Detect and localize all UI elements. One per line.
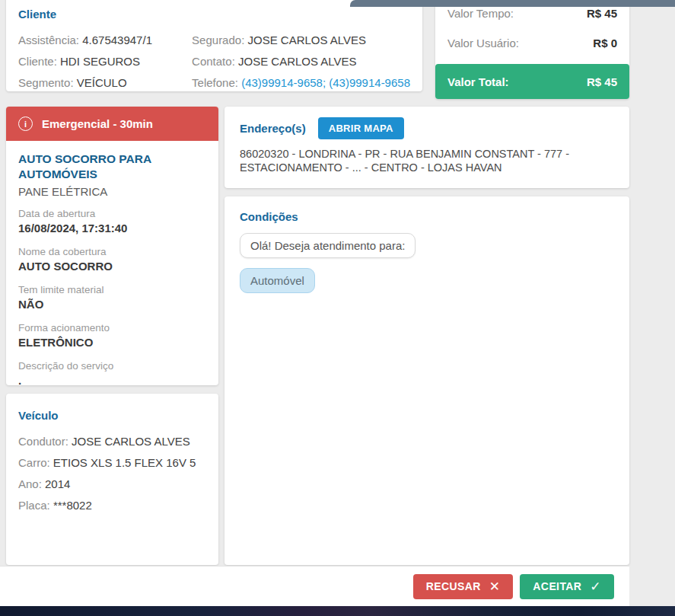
total-value-label: Valor Total: <box>447 75 509 88</box>
user-value-row: Valor Usuário: R$ 0 <box>447 36 617 51</box>
time-value-label: Valor Tempo: <box>447 6 514 21</box>
chat-message-row: Automóvel <box>240 258 614 293</box>
window-title-bar <box>350 0 675 7</box>
segment-value: VEÍCULO <box>77 76 127 89</box>
trigger-mode-detail: Forma acionamento ELETRÔNICO <box>18 321 206 350</box>
user-value-amount: R$ 0 <box>593 36 617 51</box>
year-label: Ano: <box>18 477 42 490</box>
address-card-title: Endereço(s) <box>240 122 306 135</box>
material-limit-label: Tem limite material <box>18 283 206 296</box>
plate-label: Placa: <box>18 499 50 512</box>
service-body: AUTO SOCORRO PARA AUTOMÓVEIS PANE ELÉTRI… <box>6 141 218 388</box>
coverage-name-detail: Nome da cobertura AUTO SOCORRO <box>18 245 206 274</box>
total-value-bar: Valor Total: R$ 45 <box>435 64 629 99</box>
service-urgency-header: i Emergencial - 30min <box>6 107 218 141</box>
totals-card: Valor Tempo: R$ 45 Valor Usuário: R$ 0 V… <box>435 0 629 99</box>
client-fields-left: Assistência: 4.67543947/1 Cliente: HDI S… <box>18 30 192 94</box>
client-fields: Assistência: 4.67543947/1 Cliente: HDI S… <box>18 30 410 94</box>
address-text: 86020320 - LONDRINA - PR - RUA BENJAMIN … <box>240 147 597 174</box>
plate-value: ***8022 <box>53 499 92 512</box>
service-problem: PANE ELÉTRICA <box>18 185 206 198</box>
client-card-title: Cliente <box>18 8 410 21</box>
service-description-value: . <box>18 372 206 388</box>
phone-field: Telefone: (43)99914-9658; (43)99914-9658 <box>192 72 410 94</box>
info-icon: i <box>18 116 33 131</box>
contact-value: JOSE CARLOS ALVES <box>238 55 357 68</box>
material-limit-value: NÃO <box>18 296 206 312</box>
insured-label: Segurado: <box>192 34 244 46</box>
vehicle-fields: Condutor: JOSE CARLOS ALVES Carro: ETIOS… <box>18 431 206 516</box>
car-value: ETIOS XLS 1.5 FLEX 16V 5 <box>53 456 196 469</box>
conditions-card: Condições Olá! Deseja atendimento para: … <box>224 196 629 565</box>
reject-button-label: RECUSAR <box>426 580 481 592</box>
total-value-amount: R$ 45 <box>587 75 617 88</box>
footer-action-bar: RECUSAR ✕ ACEITAR ✓ <box>0 566 629 606</box>
conditions-card-title: Condições <box>240 210 614 223</box>
driver-label: Condutor: <box>18 435 68 448</box>
material-limit-detail: Tem limite material NÃO <box>18 283 206 312</box>
trigger-mode-value: ELETRÔNICO <box>18 334 206 350</box>
client-label: Cliente: <box>18 55 57 68</box>
client-value: HDI SEGUROS <box>60 55 140 68</box>
segment-field: Segmento: VEÍCULO <box>18 72 192 94</box>
assistance-value: 4.67543947/1 <box>82 34 152 46</box>
coverage-name-value: AUTO SOCORRO <box>18 258 206 274</box>
trigger-mode-label: Forma acionamento <box>18 321 206 334</box>
close-icon: ✕ <box>489 580 501 593</box>
assistance-field: Assistência: 4.67543947/1 <box>18 30 192 51</box>
chat-message-row: Olá! Deseja atendimento para: <box>240 223 614 258</box>
bottom-taskbar <box>0 606 675 616</box>
plate-field: Placa: ***8022 <box>18 495 206 516</box>
car-label: Carro: <box>18 456 50 469</box>
time-value-amount: R$ 45 <box>587 6 617 21</box>
service-description-label: Descrição do serviço <box>18 359 206 372</box>
vehicle-card: Veículo Condutor: JOSE CARLOS ALVES Carr… <box>6 394 218 565</box>
client-card: Cliente Assistência: 4.67543947/1 Client… <box>6 0 422 91</box>
client-fields-right: Segurado: JOSE CARLOS ALVES Contato: JOS… <box>192 30 410 94</box>
open-date-detail: Data de abertura 16/08/2024, 17:31:40 <box>18 207 206 236</box>
car-field: Carro: ETIOS XLS 1.5 FLEX 16V 5 <box>18 452 206 474</box>
year-field: Ano: 2014 <box>18 474 206 495</box>
totals-rows: Valor Tempo: R$ 45 Valor Usuário: R$ 0 <box>435 0 629 51</box>
chat-message-question: Olá! Deseja atendimento para: <box>240 233 416 258</box>
phone-link[interactable]: (43)99914-9658; (43)99914-9658 <box>241 76 410 89</box>
reject-button[interactable]: RECUSAR ✕ <box>413 574 514 599</box>
contact-label: Contato: <box>192 55 235 68</box>
service-description-detail: Descrição do serviço . <box>18 359 206 388</box>
phone-label: Telefone: <box>192 76 238 89</box>
client-field: Cliente: HDI SEGUROS <box>18 51 192 72</box>
vehicle-card-title: Veículo <box>18 409 206 422</box>
assistance-label: Assistência: <box>18 34 79 46</box>
user-value-label: Valor Usuário: <box>447 36 519 51</box>
contact-field: Contato: JOSE CARLOS ALVES <box>192 51 410 72</box>
accept-button[interactable]: ACEITAR ✓ <box>520 574 614 599</box>
open-date-value: 16/08/2024, 17:31:40 <box>18 220 206 236</box>
service-urgency-label: Emergencial - 30min <box>42 117 153 130</box>
service-card: i Emergencial - 30min AUTO SOCORRO PARA … <box>6 107 218 385</box>
coverage-name-label: Nome da cobertura <box>18 245 206 258</box>
address-header: Endereço(s) ABRIR MAPA <box>240 117 614 139</box>
driver-field: Condutor: JOSE CARLOS ALVES <box>18 431 206 452</box>
driver-value: JOSE CARLOS ALVES <box>72 435 190 448</box>
chat-message-answer: Automóvel <box>240 268 315 293</box>
address-card: Endereço(s) ABRIR MAPA 86020320 - LONDRI… <box>224 107 629 188</box>
year-value: 2014 <box>45 477 70 490</box>
insured-field: Segurado: JOSE CARLOS ALVES <box>192 30 410 51</box>
insured-value: JOSE CARLOS ALVES <box>248 34 367 46</box>
open-map-button[interactable]: ABRIR MAPA <box>318 117 404 139</box>
check-icon: ✓ <box>590 580 601 593</box>
time-value-row: Valor Tempo: R$ 45 <box>447 6 617 21</box>
open-date-label: Data de abertura <box>18 207 206 220</box>
service-name: AUTO SOCORRO PARA AUTOMÓVEIS <box>18 152 206 182</box>
accept-button-label: ACEITAR <box>533 580 581 592</box>
segment-label: Segmento: <box>18 76 74 89</box>
